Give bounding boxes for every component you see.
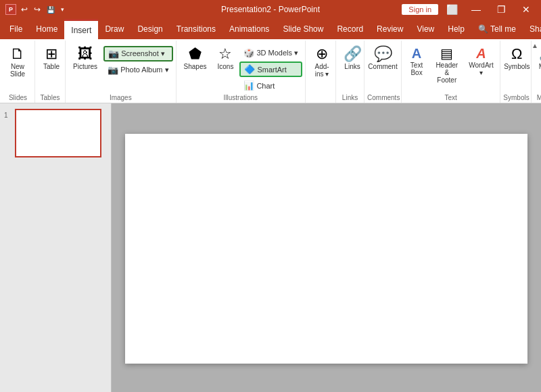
slides-group-label: Slides [4, 93, 32, 103]
ribbon-group-tables: ⊞ Table Tables [35, 41, 66, 103]
illustrations-stack: 🎲 3D Models ▾ 🔷 SmartArt 📊 Chart [239, 43, 302, 93]
images-group-label: Images [68, 93, 173, 103]
new-slide-button[interactable]: 🗋 NewSlide [4, 43, 31, 81]
text-group-content: A TextBox ▤ Header& Footer A WordArt▾ [404, 42, 497, 93]
ribbon-group-media: 🔊 Media Media [532, 41, 541, 103]
symbols-label: Symbols [504, 63, 530, 70]
tellme-label: Tell me [490, 24, 516, 34]
table-icon: ⊞ [45, 47, 57, 62]
ribbon-group-illustrations: ⬟ Shapes ☆ Icons 🎲 3D Models ▾ 🔷 SmartAr… [177, 41, 306, 103]
header-footer-icon: ▤ [440, 47, 453, 60]
links-icon: 🔗 [344, 47, 362, 62]
photo-album-button[interactable]: 📷 Photo Album ▾ [103, 63, 172, 77]
slides-group-content: 🗋 NewSlide [4, 42, 32, 93]
addins-label: Add-ins ▾ [314, 63, 329, 78]
app-body: 1 [0, 103, 541, 392]
ribbon-group-addins: ⊕ Add-ins ▾ [306, 41, 336, 103]
links-group-label: Links [339, 93, 361, 103]
slide-canvas[interactable] [125, 134, 527, 364]
3d-models-button[interactable]: 🎲 3D Models ▾ [239, 46, 302, 60]
illustrations-group-content: ⬟ Shapes ☆ Icons 🎲 3D Models ▾ 🔷 SmartAr… [179, 42, 302, 93]
menu-home[interactable]: Home [29, 19, 64, 39]
menu-slideshow[interactable]: Slide Show [276, 19, 330, 39]
ribbon-collapse-button[interactable]: ▲ [532, 42, 538, 49]
textbox-icon: A [412, 47, 421, 60]
ribbon: 🗋 NewSlide Slides ⊞ Table Tables 🖼 Pictu… [0, 39, 541, 103]
addins-icon: ⊕ [316, 47, 328, 62]
close-button[interactable]: ✕ [517, 3, 536, 16]
menu-view[interactable]: View [410, 19, 441, 39]
minimize-button[interactable]: — [466, 3, 486, 16]
shapes-label: Shapes [184, 63, 207, 70]
table-label: Table [43, 63, 60, 70]
images-stack: 📷 Screenshot ▾ 📷 Photo Album ▾ [103, 43, 172, 77]
wordart-icon: A [476, 47, 486, 60]
tables-group-content: ⊞ Table [38, 42, 62, 93]
menu-bar: File Home Insert Draw Design Transitions… [0, 19, 541, 39]
screenshot-button[interactable]: 📷 Screenshot ▾ [103, 46, 172, 62]
media-group-label: Media [534, 93, 541, 103]
menu-file[interactable]: File [3, 19, 29, 39]
links-group-content: 🔗 Links [339, 42, 361, 93]
customize-qa-button[interactable]: ▾ [59, 5, 66, 14]
pictures-icon: 🖼 [78, 47, 93, 62]
title-bar-left: P ↩ ↪ 💾 ▾ [5, 3, 66, 16]
redo-button[interactable]: ↪ [32, 3, 43, 16]
ribbon-group-text: A TextBox ▤ Header& Footer A WordArt▾ Te… [402, 41, 500, 103]
shapes-icon: ⬟ [189, 47, 202, 62]
ribbon-group-slides: 🗋 NewSlide Slides [1, 41, 35, 103]
wordart-button[interactable]: A WordArt▾ [465, 43, 498, 80]
new-slide-icon: 🗋 [10, 47, 25, 62]
menu-help[interactable]: Help [441, 19, 471, 39]
addins-button[interactable]: ⊕ Add-ins ▾ [308, 43, 335, 81]
header-footer-button[interactable]: ▤ Header& Footer [430, 43, 464, 87]
menu-review[interactable]: Review [370, 19, 410, 39]
maximize-button[interactable]: ❐ [492, 3, 511, 16]
images-group-content: 🖼 Pictures 📷 Screenshot ▾ 📷 Photo Album … [68, 42, 173, 93]
menu-design[interactable]: Design [131, 19, 169, 39]
menu-record[interactable]: Record [330, 19, 370, 39]
links-button[interactable]: 🔗 Links [339, 43, 366, 74]
addins-group-label [308, 100, 333, 103]
menu-insert[interactable]: Insert [64, 19, 98, 39]
quick-access-toolbar: ↩ ↪ 💾 ▾ [19, 3, 66, 16]
pictures-label: Pictures [73, 63, 97, 70]
slide-number: 1 [4, 112, 12, 119]
smartart-label: SmartArt [257, 66, 286, 74]
header-footer-label: Header& Footer [435, 62, 459, 84]
symbols-group-label: Symbols [503, 93, 528, 103]
icons-button[interactable]: ☆ Icons [212, 43, 238, 74]
title-bar-right: Sign in ⬜ — ❐ ✕ [402, 3, 536, 16]
illustrations-group-label: Illustrations [179, 93, 302, 103]
slide-thumbnail[interactable] [15, 109, 101, 157]
undo-button[interactable]: ↩ [19, 3, 30, 16]
symbols-button[interactable]: Ω Symbols [503, 43, 530, 74]
shapes-button[interactable]: ⬟ Shapes [179, 43, 212, 74]
smartart-button[interactable]: 🔷 SmartArt [239, 62, 302, 77]
textbox-button[interactable]: A TextBox [404, 43, 429, 80]
ribbon-group-symbols: Ω Symbols Symbols [500, 41, 532, 103]
comments-group-content: 💬 Comment [367, 42, 398, 93]
save-button[interactable]: 💾 [45, 5, 57, 15]
addins-group-content: ⊕ Add-ins ▾ [308, 42, 333, 100]
sign-in-button[interactable]: Sign in [402, 4, 438, 15]
chart-button[interactable]: 📊 Chart [239, 78, 302, 93]
ribbon-group-links: 🔗 Links Links [336, 41, 364, 103]
screenshot-icon: 📷 [108, 49, 119, 59]
symbols-icon: Ω [511, 47, 522, 62]
canvas-area [112, 103, 541, 392]
menu-draw[interactable]: Draw [98, 19, 131, 39]
menu-animations[interactable]: Animations [222, 19, 276, 39]
app-icon: P [5, 4, 16, 15]
table-button[interactable]: ⊞ Table [38, 43, 65, 74]
comment-button[interactable]: 💬 Comment [367, 43, 398, 74]
menu-share[interactable]: Share [523, 19, 541, 39]
3d-models-label: 3D Models ▾ [256, 49, 298, 57]
comments-group-label: Comments [367, 93, 398, 103]
ribbon-display-options-icon[interactable]: ⬜ [446, 4, 458, 15]
textbox-label: TextBox [410, 62, 423, 76]
menu-tellme[interactable]: 🔍 Tell me [471, 19, 523, 39]
pictures-button[interactable]: 🖼 Pictures [68, 43, 102, 74]
menu-transitions[interactable]: Transitions [170, 19, 222, 39]
new-slide-label: NewSlide [10, 63, 25, 78]
